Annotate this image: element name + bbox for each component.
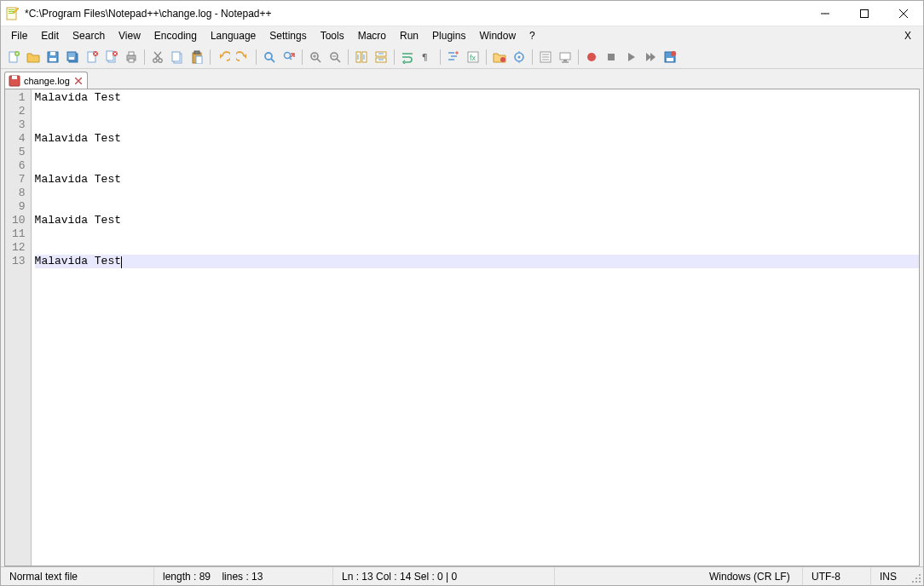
menubar: File Edit Search View Encoding Language …: [1, 26, 923, 45]
line-number: 4: [12, 132, 26, 146]
menu-tools[interactable]: Tools: [314, 28, 351, 43]
svg-point-88: [915, 581, 917, 583]
menu-file[interactable]: File: [4, 28, 34, 43]
code-line[interactable]: [35, 241, 919, 255]
menu-settings[interactable]: Settings: [263, 28, 313, 43]
sync-h-icon[interactable]: [372, 48, 390, 66]
svg-point-78: [587, 53, 596, 61]
close-all-icon[interactable]: [102, 48, 121, 66]
status-encoding[interactable]: UTF-8: [803, 567, 871, 585]
menu-macro[interactable]: Macro: [351, 28, 393, 43]
copy-icon[interactable]: [168, 48, 187, 66]
code-line[interactable]: [35, 118, 919, 132]
svg-rect-1: [9, 9, 14, 10]
paste-icon[interactable]: [188, 48, 206, 66]
close-icon[interactable]: [83, 48, 101, 66]
folder-icon[interactable]: [490, 48, 509, 66]
replace-icon[interactable]: [280, 48, 298, 66]
tab-change-log[interactable]: change.log: [4, 72, 88, 89]
minimize-button[interactable]: [806, 1, 845, 26]
save-macro-icon[interactable]: [661, 48, 679, 66]
line-number: 10: [12, 214, 26, 227]
lang-icon[interactable]: fx: [464, 48, 482, 66]
sync-v-icon[interactable]: [352, 48, 371, 66]
menu-window[interactable]: Window: [472, 28, 523, 43]
svg-rect-79: [608, 54, 615, 60]
menu-run[interactable]: Run: [393, 28, 425, 43]
code-line[interactable]: [35, 187, 919, 200]
toolbar-separator: [144, 49, 145, 65]
svg-point-90: [912, 581, 914, 583]
line-number: 8: [12, 187, 26, 200]
svg-point-89: [919, 577, 921, 579]
svg-point-31: [159, 58, 162, 61]
undo-icon[interactable]: [214, 48, 233, 66]
menu-edit[interactable]: Edit: [34, 28, 66, 43]
svg-rect-84: [12, 76, 17, 79]
file-dirty-icon: [9, 75, 20, 87]
monitor-icon[interactable]: [556, 48, 575, 66]
redo-icon[interactable]: [234, 48, 252, 66]
code-line[interactable]: Malavida Test: [35, 132, 919, 146]
statusbar: Normal text file length : 89 lines : 13 …: [1, 566, 923, 585]
tab-close-icon[interactable]: [73, 76, 84, 86]
svg-line-42: [290, 57, 292, 60]
doc-map-icon[interactable]: [510, 48, 528, 66]
code-line[interactable]: [35, 105, 919, 118]
code-line[interactable]: Malavida Test: [35, 173, 919, 187]
function-list-icon[interactable]: [536, 48, 555, 66]
svg-rect-23: [107, 51, 113, 60]
toolbar-separator: [256, 49, 257, 65]
code-line[interactable]: Malavida Test: [35, 255, 919, 268]
status-position: Ln : 13 Col : 14 Sel : 0 | 0: [333, 567, 555, 585]
play-icon[interactable]: [621, 48, 640, 66]
line-number: 7: [12, 173, 26, 187]
close-window-button[interactable]: [884, 1, 923, 26]
code-line[interactable]: [35, 146, 919, 159]
wrap-icon[interactable]: [398, 48, 417, 66]
indent-guide-icon[interactable]: [444, 48, 463, 66]
status-eol[interactable]: Windows (CR LF): [701, 567, 803, 585]
zoom-out-icon[interactable]: [326, 48, 344, 66]
svg-rect-37: [194, 51, 199, 54]
print-icon[interactable]: [122, 48, 141, 66]
open-file-icon[interactable]: [24, 48, 43, 66]
cut-icon[interactable]: [148, 48, 167, 66]
code-line[interactable]: [35, 159, 919, 173]
line-number: 6: [12, 159, 26, 173]
code-line[interactable]: [35, 200, 919, 214]
stop-icon[interactable]: [602, 48, 621, 66]
find-icon[interactable]: [260, 48, 279, 66]
status-mode[interactable]: INS: [871, 567, 910, 585]
record-icon[interactable]: [582, 48, 601, 66]
play-multi-icon[interactable]: [641, 48, 660, 66]
line-number: 13: [12, 255, 26, 268]
maximize-button[interactable]: [845, 1, 884, 26]
svg-rect-14: [50, 52, 55, 55]
toolbar-separator: [440, 49, 441, 65]
all-chars-icon[interactable]: ¶: [418, 48, 436, 66]
menu-view[interactable]: View: [112, 28, 147, 43]
tabbar: change.log: [1, 69, 923, 89]
save-icon[interactable]: [43, 48, 62, 66]
menu-help[interactable]: ?: [523, 28, 542, 43]
zoom-in-icon[interactable]: [306, 48, 325, 66]
menu-language[interactable]: Language: [204, 28, 263, 43]
code-line[interactable]: [35, 227, 919, 241]
toolbar-separator: [394, 49, 395, 65]
svg-rect-76: [563, 60, 567, 61]
menu-encoding[interactable]: Encoding: [147, 28, 204, 43]
line-number: 12: [12, 241, 26, 255]
editor[interactable]: 12345678910111213 Malavida TestMalavida …: [4, 89, 920, 566]
save-all-icon[interactable]: [63, 48, 82, 66]
menu-plugins[interactable]: Plugins: [425, 28, 472, 43]
resize-grip-icon[interactable]: [910, 567, 923, 585]
code-line[interactable]: Malavida Test: [35, 91, 919, 105]
menu-close-x[interactable]: X: [896, 28, 920, 43]
code-line[interactable]: Malavida Test: [35, 214, 919, 227]
new-file-icon[interactable]: [4, 48, 23, 66]
menu-search[interactable]: Search: [66, 28, 112, 43]
line-number: 11: [12, 227, 26, 241]
code-area[interactable]: Malavida TestMalavida TestMalavida TestM…: [32, 89, 919, 566]
svg-rect-28: [129, 52, 134, 55]
